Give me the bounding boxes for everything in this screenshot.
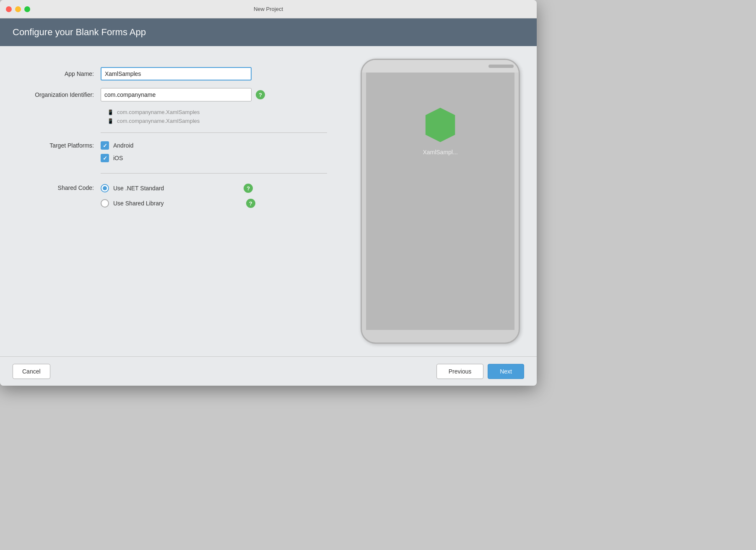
next-button[interactable]: Next [488,364,524,379]
bundle-id-android-row: 📱 com.companyname.XamlSamples [107,109,327,115]
ios-checkbox[interactable]: ✓ [101,154,109,162]
radio-options: Use .NET Standard ? Use Shared Library ? [101,184,255,208]
app-name-input[interactable] [101,67,252,80]
main-content: App Name: Organization Identifier: ? 📱 c… [0,46,537,356]
phone-mockup: XamlSampl... [361,59,520,344]
bundle-id-android: com.companyname.XamlSamples [117,109,200,115]
cancel-button[interactable]: Cancel [13,364,50,379]
bundle-id-ios: com.companyname.XamlSamples [117,118,200,124]
window-title: New Project [254,6,283,12]
org-id-help-icon[interactable]: ? [256,90,265,99]
android-label: Android [113,142,133,149]
page-title: Configure your Blank Forms App [13,27,524,38]
ios-label: iOS [113,155,123,161]
app-icon-container: XamlSampl... [423,106,457,156]
minimize-button[interactable] [15,6,21,12]
shared-lib-help-icon[interactable]: ? [246,199,255,208]
android-checkmark: ✓ [103,143,107,149]
shared-lib-label: Use Shared Library [113,200,164,207]
close-button[interactable] [6,6,12,12]
previous-button[interactable]: Previous [436,364,483,379]
svg-marker-0 [426,108,455,142]
shared-code-label: Shared Code: [17,184,101,191]
platforms-options: ✓ Android ✓ iOS [101,141,133,162]
net-standard-help-icon[interactable]: ? [244,184,253,193]
app-hexagon-icon [423,106,457,144]
divider-1 [101,132,327,133]
divider-2 [101,173,327,174]
nav-buttons: Previous Next [436,364,524,379]
android-bundle-icon: 📱 [107,109,114,115]
shared-lib-radio[interactable] [101,199,109,208]
net-standard-row: Use .NET Standard ? [101,184,255,193]
bundle-ids: 📱 com.companyname.XamlSamples 📱 com.comp… [107,109,327,124]
phone-status-bar [362,60,519,73]
org-id-input[interactable] [101,88,252,101]
app-icon-label: XamlSampl... [423,149,457,156]
org-id-label: Organization Identifier: [17,91,101,98]
header-band: Configure your Blank Forms App [0,18,537,46]
bottom-bar: Cancel Previous Next [0,356,537,386]
status-pill [488,65,514,68]
title-bar: New Project [0,0,537,18]
ios-bundle-icon: 📱 [107,118,114,124]
ios-checkbox-row: ✓ iOS [101,154,133,162]
net-standard-label: Use .NET Standard [113,185,164,192]
android-checkbox[interactable]: ✓ [101,141,109,150]
bundle-id-ios-row: 📱 com.companyname.XamlSamples [107,118,327,124]
shared-code-section: Shared Code: Use .NET Standard ? Use Sha… [17,184,327,208]
target-platforms-section: Target Platforms: ✓ Android ✓ iOS [17,141,327,162]
form-area: App Name: Organization Identifier: ? 📱 c… [0,46,344,356]
ios-checkmark: ✓ [103,155,107,161]
android-checkbox-row: ✓ Android [101,141,133,150]
window-controls [6,6,30,12]
target-platforms-label: Target Platforms: [17,141,101,149]
app-name-row: App Name: [17,67,327,80]
maximize-button[interactable] [24,6,30,12]
org-id-row: Organization Identifier: ? [17,88,327,101]
phone-screen: XamlSampl... [366,73,514,330]
preview-area: XamlSampl... [344,46,537,356]
shared-lib-row: Use Shared Library ? [101,199,255,208]
app-name-label: App Name: [17,70,101,77]
net-standard-radio[interactable] [101,184,109,192]
